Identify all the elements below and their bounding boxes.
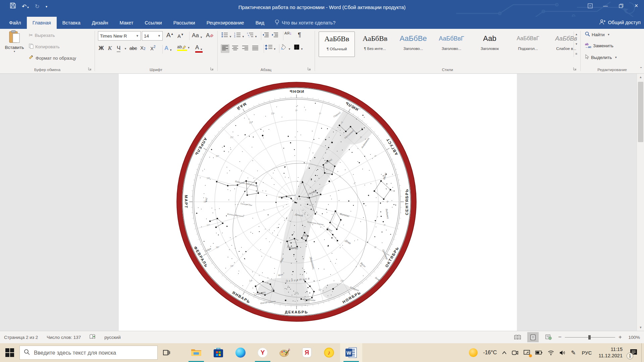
select-button[interactable]: Выделить▼: [585, 54, 617, 60]
meet-now-icon[interactable]: [509, 343, 521, 362]
proofing-icon[interactable]: [90, 334, 96, 340]
volume-icon[interactable]: [557, 343, 568, 362]
scroll-up-icon[interactable]: ▲: [637, 74, 644, 80]
align-right-button[interactable]: [242, 46, 248, 52]
zoom-in-icon[interactable]: +: [619, 334, 622, 341]
taskbar-yandex-music-icon[interactable]: ♪: [318, 343, 340, 362]
notification-center-icon[interactable]: 1: [626, 343, 641, 362]
tray-chevron-up-icon[interactable]: [499, 343, 509, 362]
clock[interactable]: 11:15 11.12.2021: [595, 346, 626, 359]
shading-button[interactable]: ▼: [280, 44, 291, 51]
superscript-button[interactable]: X2: [150, 45, 156, 51]
show-desktop-button[interactable]: [641, 343, 644, 362]
increase-indent-button[interactable]: [272, 32, 278, 39]
sort-button[interactable]: АЯ↓: [284, 32, 292, 35]
bold-button[interactable]: Ж: [99, 45, 104, 52]
tab-file[interactable]: Файл: [3, 17, 27, 29]
document-page[interactable]: 0ʰ1ʰ2ʰ3ʰ4ʰ5ʰ6ʰ7ʰ8ʰ9ʰ10ʰ11ʰ12ʰ13ʰ14ʰ15ʰ16…: [119, 74, 517, 331]
find-button[interactable]: Найти▼: [585, 32, 610, 38]
grow-font-button[interactable]: А▲: [166, 32, 174, 39]
align-left-button[interactable]: [221, 44, 229, 53]
style-no-spacing[interactable]: АаБбВв ¶ Без инте...: [357, 32, 393, 57]
underline-dropdown-icon[interactable]: ▼: [124, 47, 127, 50]
clear-formatting-button[interactable]: А: [206, 32, 214, 39]
numbering-button[interactable]: 123▼: [234, 32, 245, 39]
start-button[interactable]: [0, 343, 19, 362]
font-name-combo[interactable]: Times New R▼: [98, 31, 141, 41]
zoom-track[interactable]: [565, 337, 615, 338]
task-view-icon[interactable]: [158, 343, 175, 362]
highlight-button[interactable]: ab▼: [177, 44, 190, 51]
scrollbar-thumb[interactable]: [638, 82, 643, 142]
wifi-icon[interactable]: [545, 343, 557, 362]
style-title[interactable]: Ааb Заголовок: [472, 32, 508, 57]
tab-insert[interactable]: Вставка: [57, 17, 86, 29]
subscript-button[interactable]: X2: [140, 45, 146, 51]
font-color-button[interactable]: А▼: [195, 44, 203, 53]
battery-icon[interactable]: [533, 343, 545, 362]
italic-button[interactable]: К: [108, 45, 112, 52]
strikethrough-button[interactable]: abc: [129, 46, 137, 51]
print-layout-icon[interactable]: [527, 332, 539, 342]
style-heading2[interactable]: АаБбВвГ Заголово...: [433, 32, 470, 57]
shrink-font-button[interactable]: А▼: [177, 33, 184, 39]
line-spacing-button[interactable]: ▼: [265, 45, 276, 51]
text-effects-button[interactable]: А▼: [164, 45, 172, 52]
tab-view[interactable]: Вид: [250, 17, 270, 29]
styles-dialog-launcher-icon[interactable]: [573, 67, 578, 71]
word-count[interactable]: Число слов: 137: [47, 335, 81, 340]
pen-icon[interactable]: ✎: [568, 343, 578, 362]
scroll-down-icon[interactable]: ▼: [637, 324, 644, 331]
borders-button[interactable]: ▼: [294, 44, 303, 51]
style-heading1[interactable]: АаБбВе Заголово...: [395, 32, 431, 57]
tell-me-box[interactable]: Что вы хотите сделать?: [270, 17, 335, 29]
cut-button[interactable]: ✂ Вырезать: [29, 32, 55, 38]
copy-button[interactable]: Копировать: [29, 44, 60, 50]
decrease-indent-button[interactable]: [262, 32, 269, 39]
pilcrow-button[interactable]: ¶: [298, 32, 301, 39]
read-mode-icon[interactable]: [512, 332, 523, 342]
clipboard-dialog-launcher-icon[interactable]: [88, 67, 93, 71]
tab-references[interactable]: Ссылки: [139, 17, 168, 29]
multilevel-list-button[interactable]: 1ai▼: [247, 32, 257, 39]
font-size-combo[interactable]: 14▼: [142, 31, 163, 41]
bullets-button[interactable]: ▼: [221, 32, 232, 39]
paragraph-dialog-launcher-icon[interactable]: [307, 67, 312, 71]
weather-sun-icon[interactable]: [466, 343, 480, 362]
format-painter-button[interactable]: Формат по образцу: [29, 55, 76, 61]
styles-gallery-more-icon[interactable]: ≡: [576, 52, 578, 56]
taskbar-yandex-browser-icon[interactable]: Y: [252, 343, 274, 362]
close-button[interactable]: ×: [629, 0, 644, 11]
taskbar-word-icon[interactable]: W: [340, 343, 362, 362]
replace-button[interactable]: ab→ac Заменить: [585, 43, 613, 48]
zoom-level[interactable]: 100%: [626, 335, 640, 340]
minimize-button[interactable]: —: [598, 0, 613, 11]
taskbar-file-explorer-icon[interactable]: [185, 343, 207, 362]
style-subtitle[interactable]: АаБбВвГ Подзагол...: [510, 32, 546, 57]
zoom-thumb[interactable]: [588, 335, 591, 340]
page-indicator[interactable]: Страница 2 из 2: [4, 335, 38, 340]
vertical-scrollbar[interactable]: ▲ ▼: [637, 74, 644, 331]
taskbar-search[interactable]: [19, 346, 158, 360]
language-indicator[interactable]: русский: [104, 335, 120, 340]
taskbar-edge-icon[interactable]: [229, 343, 252, 362]
tab-mailings[interactable]: Рассылки: [168, 17, 201, 29]
collapse-ribbon-icon[interactable]: ⌃: [639, 66, 643, 71]
search-input[interactable]: [34, 350, 148, 356]
tab-design[interactable]: Дизайн: [86, 17, 114, 29]
restore-button[interactable]: [613, 0, 629, 11]
styles-scroll-down-icon[interactable]: ▼: [575, 43, 578, 46]
language-indicator[interactable]: РУС: [578, 343, 595, 362]
ribbon-display-options-icon[interactable]: [582, 0, 598, 11]
style-normal[interactable]: АаБбВв ¶ Обычный: [319, 32, 355, 57]
taskbar-paint-palette-icon[interactable]: [274, 343, 296, 362]
underline-button[interactable]: Ч: [117, 45, 120, 52]
change-case-button[interactable]: Аа▼: [192, 32, 203, 39]
share-button[interactable]: Общий доступ: [599, 19, 641, 26]
temperature[interactable]: -16°C: [480, 343, 499, 362]
taskbar-store-icon[interactable]: [207, 343, 229, 362]
paste-button[interactable]: Вставить ▾: [3, 30, 25, 53]
tab-layout[interactable]: Макет: [114, 17, 139, 29]
align-center-button[interactable]: [232, 46, 238, 52]
justify-button[interactable]: [252, 46, 258, 52]
